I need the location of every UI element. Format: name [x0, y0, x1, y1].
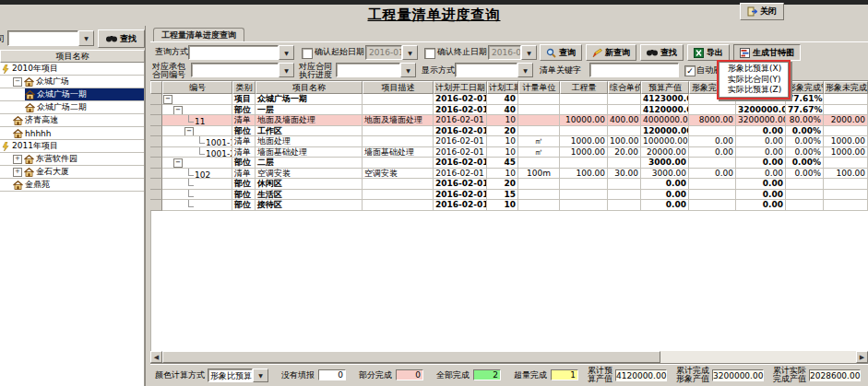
chevron-down-icon[interactable]: ▼ — [517, 63, 533, 77]
cell-计量单位: ㎡ — [518, 136, 560, 147]
confirm-end-checkbox[interactable] — [424, 48, 435, 59]
tree-item-众城广场一期[interactable]: 众城广场一期 — [0, 88, 144, 101]
chevron-down-icon[interactable]: ▼ — [279, 45, 294, 60]
menu-item-形象比预算(X)[interactable]: 形象比预算(X) — [720, 64, 787, 75]
column-header-编号[interactable]: 编号 — [162, 81, 232, 94]
table-row[interactable]: −部位一层2016-02-01404120000.03200000.0077.6… — [150, 105, 868, 116]
table-row[interactable]: 部位休闲区2016-02-01200.000.00 — [150, 179, 868, 190]
confirm-start-checkbox[interactable] — [302, 48, 313, 59]
table-row[interactable]: 1001-2清单墙面基础处理墙面基础处理2016-02-0110㎡1000.00… — [150, 147, 868, 158]
menu-item-实际比合同(Y)[interactable]: 实际比合同(Y) — [720, 75, 787, 86]
tree-item-label: 济青高速 — [23, 114, 60, 126]
cell-类别: 部位 — [232, 200, 256, 211]
chevron-down-icon[interactable]: ▼ — [78, 30, 94, 46]
chevron-down-icon[interactable]: ▼ — [521, 45, 537, 60]
tree-item-hhhhh[interactable]: hhhhh — [0, 127, 144, 140]
chevron-down-icon[interactable]: ▼ — [402, 45, 418, 60]
row-selector[interactable] — [150, 169, 162, 180]
column-header-综合单价[interactable]: 综合单价 — [608, 81, 641, 94]
新查询-button[interactable]: 新查询 — [586, 44, 636, 61]
contract-no-combobox[interactable]: ▼ — [191, 63, 294, 77]
table-row[interactable]: 102清单空调安装空调安装2016-02-0110100m100.0030.00… — [150, 169, 868, 180]
auto-expand-checkbox[interactable]: ✓ — [684, 65, 696, 76]
horizontal-scrollbar[interactable]: ◀ ▶ — [150, 351, 868, 363]
tree-item-2011年项目[interactable]: 2011年项目 — [0, 140, 144, 153]
导出-button[interactable]: 导出 — [687, 44, 730, 61]
gantt-icon — [740, 48, 750, 58]
cell-编号: 11 — [162, 115, 232, 126]
color-mode-combobox[interactable]: 形象比预算 ▼ — [208, 368, 268, 382]
cell-类别: 清单 — [232, 147, 256, 158]
tree-item-济青高速[interactable]: 济青高速 — [0, 114, 144, 127]
table-row[interactable]: 11清单地面及墙面处理地面及墙面处理2016-02-011010000.0040… — [150, 115, 868, 126]
column-header-形象完成%[interactable]: 形象完成% — [786, 81, 824, 94]
row-expander-icon[interactable]: − — [173, 158, 183, 168]
table-row[interactable]: 1001-1清单地面处理2016-02-0110㎡1000.00100.0010… — [150, 136, 868, 147]
tree-expander-icon[interactable]: + — [13, 155, 22, 164]
contract-progress-combobox[interactable]: ▼ — [336, 63, 416, 77]
column-header-预算产值[interactable]: 预算产值 — [641, 81, 689, 94]
sidebar-filter-combobox[interactable]: ▼ — [7, 30, 94, 46]
chevron-down-icon[interactable]: ▼ — [400, 63, 416, 77]
tree-item-2010年项目[interactable]: 2010年项目 — [0, 63, 144, 76]
tree-expander-icon[interactable]: + — [13, 168, 22, 177]
column-header-计划工期[interactable]: 计划工期 — [487, 81, 518, 94]
tree-item-东营软件园[interactable]: +东营软件园 — [0, 153, 144, 166]
row-selector[interactable] — [150, 179, 162, 190]
tree-item-金鼎苑[interactable]: 金鼎苑 — [0, 179, 144, 192]
row-selector[interactable] — [150, 136, 162, 147]
keyword-input[interactable] — [589, 63, 679, 77]
tree-item-众城广场[interactable]: −众城广场 — [0, 76, 144, 88]
tree-item-众城广场二期[interactable]: 众城广场二期 — [0, 101, 144, 114]
table-row[interactable]: 部位接待区2016-02-01100.000.00 — [150, 200, 868, 211]
chevron-down-icon[interactable]: ▼ — [253, 368, 268, 382]
cell-形象未完成量: 2000.00 — [824, 115, 868, 126]
confirm-end-date[interactable]: 2016-02-26 ▼ — [488, 45, 537, 60]
column-header-类别[interactable]: 类别 — [232, 81, 256, 94]
column-header-项目名称[interactable]: 项目名称 — [256, 81, 363, 94]
cell-综合单价 — [608, 126, 641, 137]
查找-button[interactable]: 查找 — [640, 44, 684, 61]
生成甘特图-button[interactable]: 生成甘特图 — [733, 44, 801, 61]
confirm-start-date[interactable]: 2016-01-27 ▼ — [365, 45, 418, 60]
display-mode-combobox[interactable]: ▼ — [455, 63, 533, 77]
query-mode-combobox[interactable]: ▼ — [188, 45, 294, 60]
menu-item-实际比预算(Z)[interactable]: 实际比预算(Z) — [720, 85, 787, 96]
row-selector[interactable] — [150, 147, 162, 158]
row-selector[interactable] — [150, 94, 162, 105]
chevron-down-icon[interactable]: ▼ — [279, 63, 294, 77]
row-selector[interactable] — [150, 190, 162, 201]
tree-item-金石大厦[interactable]: +金石大厦 — [0, 166, 144, 179]
close-button[interactable]: 关闭 — [740, 3, 784, 20]
tree-expander-icon[interactable]: − — [13, 77, 22, 87]
column-header-计量单位[interactable]: 计量单位 — [518, 81, 560, 94]
row-expander-icon[interactable]: − — [163, 95, 172, 104]
table-row[interactable]: −部位二层2016-02-01453000.000.000.00% — [150, 158, 868, 169]
row-selector[interactable] — [150, 200, 162, 211]
cell-工程量 — [560, 200, 608, 211]
toolbar-button-label: 导出 — [707, 47, 723, 59]
row-selector[interactable] — [150, 126, 162, 137]
sidebar-find-button[interactable]: 查找 — [98, 29, 145, 48]
cell-综合单价: 30.00 — [608, 169, 641, 180]
scrollbar-thumb[interactable] — [162, 351, 660, 363]
row-expander-icon[interactable]: − — [173, 106, 183, 115]
table-row[interactable]: −部位工作区2016-02-0120120000.000.000.00% — [150, 126, 868, 137]
row-selector[interactable] — [150, 158, 162, 169]
cell-计量单位 — [518, 94, 560, 105]
查询-button[interactable]: 查询 — [540, 44, 582, 61]
column-header-形象未完成量[interactable]: 形象未完成量 — [824, 81, 868, 94]
column-header-项目描述[interactable]: 项目描述 — [363, 81, 434, 94]
column-header-计划开工日期[interactable]: 计划开工日期 — [434, 81, 487, 94]
scroll-right-button[interactable]: ▶ — [856, 351, 868, 363]
column-header-工程量[interactable]: 工程量 — [560, 81, 608, 94]
row-selector[interactable] — [150, 115, 162, 126]
cell-形象完成产值: 3200000.00 — [736, 115, 786, 126]
row-expander-icon[interactable]: − — [184, 127, 194, 136]
scroll-left-button[interactable]: ◀ — [150, 351, 162, 363]
table-row[interactable]: 部位生活区2016-02-01150.000.00 — [150, 190, 868, 201]
tab-progress-query[interactable]: 工程量清单进度查询 — [153, 28, 244, 42]
cell-计量单位 — [518, 200, 560, 211]
row-selector[interactable] — [150, 105, 162, 116]
display-mode-value — [455, 63, 517, 77]
